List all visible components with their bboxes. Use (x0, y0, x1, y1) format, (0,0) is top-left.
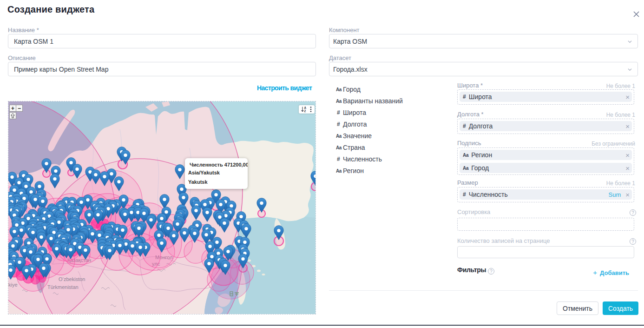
svg-text:kiye: kiye (8, 282, 18, 288)
svg-text:O‘zbekiston: O‘zbekiston (59, 276, 85, 282)
svg-text:Türkmenistan: Türkmenistan (47, 284, 79, 290)
svg-text:Z: Z (304, 109, 306, 113)
svg-text:A: A (304, 106, 307, 109)
